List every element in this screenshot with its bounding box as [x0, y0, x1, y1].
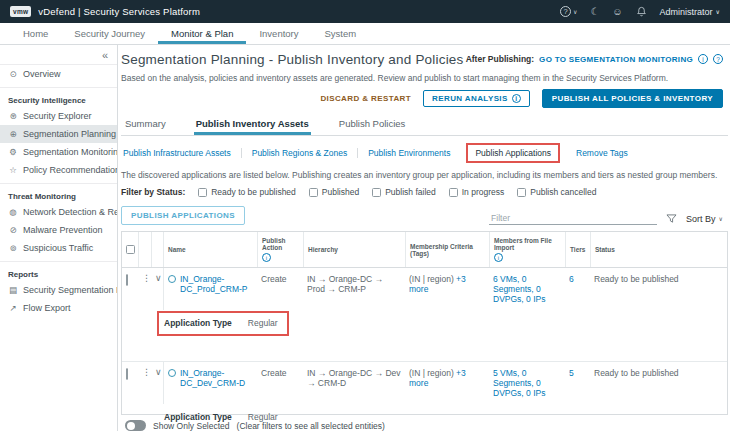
sidebar-item-segmentation-planning[interactable]: ⊕ Segmentation Planning — [0, 125, 117, 143]
subtab-publish-regions-zones[interactable]: Publish Regions & Zones — [241, 148, 357, 158]
page-title: Segmentation Planning - Publish Inventor… — [121, 52, 464, 67]
publish-all-button[interactable]: PUBLISH ALL POLICIES & INVENTORY — [542, 89, 723, 108]
publish-action-cell: Create — [257, 362, 303, 404]
dark-mode-toggle[interactable]: ☾ — [590, 7, 599, 17]
user-name: Administrator — [660, 7, 713, 17]
nav-tab-system[interactable]: System — [312, 23, 370, 44]
publish-applications-button[interactable]: PUBLISH APPLICATIONS — [121, 206, 245, 225]
policy-recommendations-icon: ☆ — [8, 165, 18, 175]
row-checkbox[interactable] — [126, 274, 128, 286]
publish-action-cell: Create — [257, 268, 303, 310]
info-icon[interactable]: i — [494, 253, 503, 262]
sidebar-item-label: Policy Recommendations — [23, 165, 117, 175]
header-spacer — [138, 232, 151, 267]
checkbox-publish-cancelled[interactable]: Publish cancelled — [517, 187, 596, 197]
sidebar-item-security-segmentation-report[interactable]: ▤ Security Segmentation R.. — [0, 281, 117, 299]
tab-publish-policies[interactable]: Publish Policies — [337, 115, 408, 135]
column-header-publish-action[interactable]: Publish Action i — [257, 232, 303, 267]
sidebar-item-policy-recommendations[interactable]: ☆ Policy Recommendations — [0, 161, 117, 179]
nav-tab-security-journey[interactable]: Security Journey — [61, 23, 158, 44]
tiers-link[interactable]: 5 — [565, 362, 590, 404]
sidebar-item-label: Security Explorer — [23, 111, 92, 121]
row-checkbox[interactable] — [126, 368, 128, 380]
tab-publish-inventory-assets[interactable]: Publish Inventory Assets — [194, 115, 311, 135]
sidebar-item-security-explorer[interactable]: ⊛ Security Explorer — [0, 107, 117, 125]
hierarchy-cell: IN → Orange-DC → Dev → CRM-D — [303, 362, 405, 404]
checkbox-in-progress[interactable]: In progress — [449, 187, 505, 197]
members-from-import-link[interactable]: 5 VMs, 0 Segments, 0 DVPGs, 0 IPs — [489, 362, 565, 404]
feedback-button[interactable]: ☺ — [612, 7, 622, 17]
row-actions-kebab-icon[interactable]: ⋮ — [138, 268, 151, 310]
sidebar-item-label: Overview — [23, 69, 61, 79]
user-menu[interactable]: Administrator ∨ — [660, 7, 720, 17]
subtab-publish-infrastructure-assets[interactable]: Publish Infrastructure Assets — [121, 148, 241, 158]
checkbox-published[interactable]: Published — [309, 187, 359, 197]
subtab-remove-tags[interactable]: Remove Tags — [566, 148, 638, 158]
sidebar-section-security-intelligence: Security Intelligence — [0, 90, 117, 107]
checkbox-icon — [198, 188, 207, 197]
sidebar-item-overview[interactable]: ⊙ Overview — [0, 65, 117, 83]
title-bar: vmw vDefend | Security Services Platform… — [0, 0, 730, 23]
subtab-publish-applications-annotated[interactable]: Publish Applications — [466, 143, 560, 163]
application-name: IN_Orange-DC_Dev_CRM-D — [180, 368, 253, 388]
info-icon[interactable]: i — [262, 253, 271, 262]
column-header-status[interactable]: Status — [590, 232, 727, 267]
nav-tab-monitor-plan[interactable]: Monitor & Plan — [158, 23, 246, 44]
select-all-checkbox[interactable] — [126, 245, 135, 254]
members-from-import-link[interactable]: 6 VMs, 0 Segments, 0 DVPGs, 0 IPs — [489, 268, 565, 310]
column-header-members-file-import[interactable]: Members from File Import i — [489, 232, 565, 267]
row-actions-kebab-icon[interactable]: ⋮ — [138, 362, 151, 404]
notifications-button[interactable] — [636, 6, 647, 17]
sidebar-section-reports: Reports — [0, 264, 117, 281]
checkbox-label: Published — [322, 187, 359, 197]
checkbox-ready-to-be-published[interactable]: Ready to be published — [198, 187, 296, 197]
primary-nav: Home Security Journey Monitor & Plan Inv… — [0, 23, 730, 45]
column-header-tiers[interactable]: Tiers — [565, 232, 590, 267]
tiers-link[interactable]: 6 — [565, 268, 590, 310]
row-expand-chevron-icon[interactable]: ∨ — [151, 362, 163, 404]
sidebar-item-flow-export[interactable]: ↗ Flow Export — [0, 299, 117, 317]
rerun-analysis-button[interactable]: RERUN ANALYSIS i — [423, 90, 530, 107]
column-header-membership-criteria[interactable]: Membership Criteria (Tags) — [405, 232, 489, 267]
help-menu[interactable]: ? ∨ — [560, 6, 577, 17]
help-icon[interactable]: ? — [713, 54, 723, 64]
vmware-logo: vmw — [10, 6, 31, 17]
sidebar-item-network-detection[interactable]: ◍ Network Detection & Res.. — [0, 203, 117, 221]
filter-input[interactable] — [489, 212, 657, 225]
collapse-sidebar-button[interactable]: « — [0, 45, 117, 65]
filter-funnel-icon[interactable] — [666, 214, 677, 224]
application-name-link[interactable]: IN_Orange-DC_Dev_CRM-D — [163, 362, 257, 404]
chevron-down-icon: ∨ — [573, 9, 577, 15]
tab-summary[interactable]: Summary — [123, 115, 168, 135]
nav-tab-inventory[interactable]: Inventory — [246, 23, 311, 44]
application-name-link[interactable]: IN_Orange-DC_Prod_CRM-P — [163, 268, 257, 310]
subtab-publish-environments[interactable]: Publish Environments — [357, 148, 460, 158]
info-icon[interactable]: i — [698, 54, 708, 64]
rerun-analysis-label: RERUN ANALYSIS — [432, 94, 508, 103]
checkbox-publish-failed[interactable]: Publish failed — [372, 187, 436, 197]
go-to-segmentation-monitoring-link[interactable]: GO TO SEGMENTATION MONITORING — [539, 55, 693, 64]
sidebar-item-segmentation-monitoring[interactable]: ⚙ Segmentation Monitoring — [0, 143, 117, 161]
applications-intro-text: The discovered applications are listed b… — [121, 170, 728, 180]
discard-restart-button[interactable]: DISCARD & RESTART — [320, 94, 411, 103]
sidebar-item-malware-prevention[interactable]: ⊘ Malware Prevention — [0, 221, 117, 239]
membership-criteria: (IN | region) — [409, 274, 454, 284]
column-header-label: Members from File Import — [494, 237, 561, 251]
table-row: ⋮ ∨ IN_Orange-DC_Prod_CRM-P Create IN → … — [122, 268, 727, 362]
sort-by-dropdown[interactable]: Sort By ∨ — [686, 214, 723, 224]
show-only-selected-toggle[interactable] — [125, 420, 146, 431]
status-filter-bar: Filter by Status: Ready to be published … — [121, 187, 728, 197]
sidebar-divider — [0, 87, 117, 88]
chevron-down-icon: ∨ — [716, 8, 720, 15]
column-header-hierarchy[interactable]: Hierarchy — [303, 232, 405, 267]
sub-tabs: Publish Infrastructure Assets Publish Re… — [121, 143, 728, 163]
suspicious-traffic-icon: ⊚ — [8, 243, 18, 253]
status-cell: Ready to be published — [590, 362, 727, 404]
sidebar-item-suspicious-traffic[interactable]: ⊚ Suspicious Traffic — [0, 239, 117, 257]
application-type-label: Application Type — [164, 318, 232, 328]
column-header-name[interactable]: Name — [163, 232, 257, 267]
applications-table: Name Publish Action i Hierarchy Membersh… — [121, 231, 728, 415]
header-spacer — [151, 232, 163, 267]
row-expand-chevron-icon[interactable]: ∨ — [151, 268, 163, 310]
nav-tab-home[interactable]: Home — [10, 23, 61, 44]
